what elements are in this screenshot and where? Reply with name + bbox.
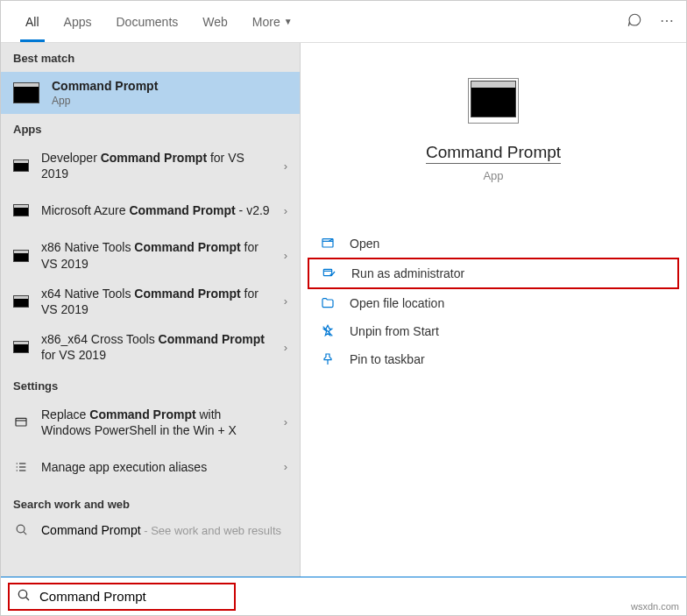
section-settings: Settings bbox=[1, 371, 300, 400]
settings-item-icon bbox=[13, 460, 29, 474]
header-actions: ⋯ bbox=[627, 12, 674, 32]
chevron-right-icon: › bbox=[284, 159, 287, 173]
action-open[interactable]: Open bbox=[308, 230, 679, 258]
action-open-file-location[interactable]: Open file location bbox=[308, 289, 679, 317]
pin-icon bbox=[320, 352, 336, 366]
action-pin-to-taskbar[interactable]: Pin to taskbar bbox=[308, 345, 679, 373]
svg-line-12 bbox=[323, 327, 333, 336]
app-result-text: Developer Command Prompt for VS 2019 bbox=[41, 150, 287, 181]
app-result[interactable]: x86 Native Tools Command Prompt for VS 2… bbox=[1, 232, 300, 278]
web-result[interactable]: Command Prompt - See work and web result… bbox=[1, 518, 300, 542]
search-tabs: All Apps Documents Web More▼ ⋯ bbox=[1, 1, 686, 43]
search-bar bbox=[1, 577, 686, 615]
detail-actions: Open Run as administrator Open file loca… bbox=[301, 230, 686, 373]
app-result-text: x64 Native Tools Command Prompt for VS 2… bbox=[41, 286, 287, 317]
unpin-icon bbox=[320, 324, 336, 338]
detail-subtitle: App bbox=[483, 169, 503, 182]
more-icon[interactable]: ⋯ bbox=[660, 12, 674, 32]
open-icon bbox=[320, 237, 336, 251]
command-prompt-icon bbox=[471, 81, 516, 117]
section-web: Search work and web bbox=[1, 489, 300, 518]
app-result-text: x86_x64 Cross Tools Command Prompt for V… bbox=[41, 331, 287, 363]
action-run-as-administrator[interactable]: Run as administrator bbox=[308, 258, 679, 289]
app-result-text: x86 Native Tools Command Prompt for VS 2… bbox=[41, 239, 287, 271]
svg-rect-0 bbox=[16, 418, 26, 426]
settings-result[interactable]: Replace Command Prompt with Windows Powe… bbox=[1, 400, 300, 445]
settings-result-text: Manage app execution aliases bbox=[41, 459, 287, 475]
action-unpin-from-start[interactable]: Unpin from Start bbox=[308, 317, 679, 345]
command-prompt-icon bbox=[13, 82, 39, 103]
best-match-subtitle: App bbox=[52, 95, 158, 107]
app-result-text: Microsoft Azure Command Prompt - v2.9 bbox=[41, 202, 287, 218]
detail-panel: Command Prompt App Open Run as administr… bbox=[301, 43, 686, 577]
section-best-match: Best match bbox=[1, 43, 300, 72]
command-prompt-icon bbox=[13, 204, 29, 216]
watermark: wsxdn.com bbox=[631, 601, 679, 612]
command-prompt-icon bbox=[13, 295, 29, 308]
tab-apps[interactable]: Apps bbox=[52, 1, 104, 42]
settings-item-icon bbox=[13, 415, 29, 429]
app-result[interactable]: Microsoft Azure Command Prompt - v2.9 › bbox=[1, 188, 300, 232]
tab-more[interactable]: More▼ bbox=[240, 1, 305, 42]
svg-point-8 bbox=[17, 525, 25, 533]
detail-title: Command Prompt bbox=[426, 143, 561, 164]
admin-icon bbox=[322, 266, 337, 280]
svg-line-15 bbox=[26, 597, 29, 599]
command-prompt-icon bbox=[13, 159, 29, 172]
chevron-right-icon: › bbox=[284, 415, 287, 428]
web-result-text: Command Prompt - See work and web result… bbox=[41, 523, 281, 537]
app-result[interactable]: x86_x64 Cross Tools Command Prompt for V… bbox=[1, 324, 300, 370]
chevron-down-icon: ▼ bbox=[284, 17, 293, 26]
folder-icon bbox=[320, 296, 336, 310]
detail-icon bbox=[468, 78, 519, 124]
chevron-right-icon: › bbox=[284, 249, 287, 262]
best-match-title: Command Prompt bbox=[52, 79, 158, 93]
chevron-right-icon: › bbox=[284, 460, 287, 473]
search-box[interactable] bbox=[8, 583, 236, 611]
settings-result-text: Replace Command Prompt with Windows Powe… bbox=[41, 407, 287, 438]
search-icon bbox=[17, 588, 31, 605]
feedback-icon[interactable] bbox=[627, 12, 642, 32]
app-result[interactable]: x64 Native Tools Command Prompt for VS 2… bbox=[1, 279, 300, 324]
settings-result[interactable]: Manage app execution aliases › bbox=[1, 445, 300, 489]
chevron-right-icon: › bbox=[284, 294, 287, 308]
command-prompt-icon bbox=[13, 250, 29, 262]
tab-web[interactable]: Web bbox=[190, 1, 240, 42]
tab-all[interactable]: All bbox=[13, 1, 52, 42]
chevron-right-icon: › bbox=[284, 341, 287, 354]
app-result[interactable]: Developer Command Prompt for VS 2019 › bbox=[1, 143, 300, 188]
svg-line-9 bbox=[23, 532, 25, 535]
best-match-item[interactable]: Command Prompt App bbox=[1, 72, 300, 114]
svg-point-14 bbox=[18, 590, 26, 598]
search-icon bbox=[13, 523, 29, 536]
command-prompt-icon bbox=[13, 341, 29, 353]
search-input[interactable] bbox=[39, 589, 227, 604]
chevron-right-icon: › bbox=[284, 204, 287, 217]
tab-documents[interactable]: Documents bbox=[103, 1, 190, 42]
section-apps: Apps bbox=[1, 114, 300, 143]
results-panel: Best match Command Prompt App Apps Devel… bbox=[1, 43, 301, 577]
